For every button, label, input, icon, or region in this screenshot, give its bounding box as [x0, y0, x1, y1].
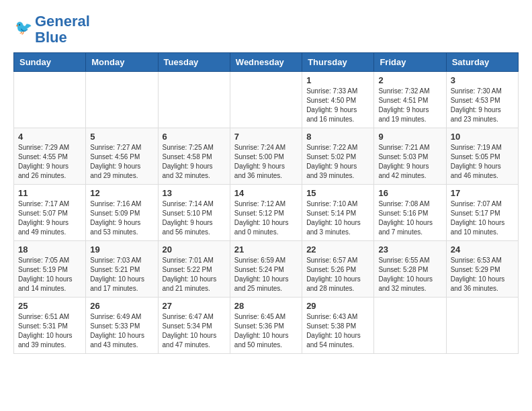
calendar-cell: 26Sunrise: 6:49 AM Sunset: 5:33 PM Dayli… — [86, 298, 158, 354]
day-info: Sunrise: 6:53 AM Sunset: 5:29 PM Dayligh… — [451, 256, 514, 293]
day-info: Sunrise: 6:49 AM Sunset: 5:33 PM Dayligh… — [90, 312, 153, 350]
day-number: 26 — [90, 301, 153, 311]
day-number: 4 — [18, 132, 81, 142]
logo: 🐦 General Blue — [13, 13, 90, 46]
calendar-cell — [14, 72, 86, 128]
day-info: Sunrise: 7:25 AM Sunset: 4:58 PM Dayligh… — [163, 143, 226, 181]
day-info: Sunrise: 7:24 AM Sunset: 5:00 PM Dayligh… — [234, 143, 298, 181]
day-info: Sunrise: 7:05 AM Sunset: 5:19 PM Dayligh… — [18, 256, 81, 293]
calendar-table: SundayMondayTuesdayWednesdayThursdayFrid… — [13, 52, 519, 354]
svg-text:🐦: 🐦 — [15, 19, 33, 36]
day-info: Sunrise: 6:43 AM Sunset: 5:38 PM Dayligh… — [306, 312, 369, 350]
calendar-cell: 6Sunrise: 7:25 AM Sunset: 4:58 PM Daylig… — [158, 128, 230, 185]
week-row-4: 18Sunrise: 7:05 AM Sunset: 5:19 PM Dayli… — [14, 241, 519, 298]
logo-blue: Blue — [35, 29, 67, 46]
day-info: Sunrise: 7:10 AM Sunset: 5:14 PM Dayligh… — [306, 199, 369, 237]
calendar-body: 1Sunrise: 7:33 AM Sunset: 4:50 PM Daylig… — [14, 72, 519, 354]
day-info: Sunrise: 7:12 AM Sunset: 5:12 PM Dayligh… — [234, 199, 298, 237]
weekday-friday: Friday — [374, 53, 446, 72]
calendar-cell: 7Sunrise: 7:24 AM Sunset: 5:00 PM Daylig… — [230, 128, 302, 185]
week-row-3: 11Sunrise: 7:17 AM Sunset: 5:07 PM Dayli… — [14, 185, 519, 241]
calendar-cell: 3Sunrise: 7:30 AM Sunset: 4:53 PM Daylig… — [446, 72, 518, 128]
weekday-saturday: Saturday — [446, 53, 518, 72]
day-number: 14 — [234, 188, 298, 198]
day-info: Sunrise: 7:33 AM Sunset: 4:50 PM Dayligh… — [306, 87, 369, 124]
week-row-2: 4Sunrise: 7:29 AM Sunset: 4:55 PM Daylig… — [14, 128, 519, 185]
logo-icon: 🐦 — [15, 18, 35, 38]
day-info: Sunrise: 6:55 AM Sunset: 5:28 PM Dayligh… — [378, 256, 441, 293]
day-info: Sunrise: 7:30 AM Sunset: 4:53 PM Dayligh… — [451, 87, 514, 124]
weekday-header-row: SundayMondayTuesdayWednesdayThursdayFrid… — [14, 53, 519, 72]
day-info: Sunrise: 6:59 AM Sunset: 5:24 PM Dayligh… — [234, 256, 298, 293]
day-info: Sunrise: 7:21 AM Sunset: 5:03 PM Dayligh… — [378, 143, 441, 181]
day-info: Sunrise: 7:16 AM Sunset: 5:09 PM Dayligh… — [90, 199, 153, 237]
calendar-cell: 16Sunrise: 7:08 AM Sunset: 5:16 PM Dayli… — [374, 185, 446, 241]
day-info: Sunrise: 7:19 AM Sunset: 5:05 PM Dayligh… — [451, 143, 514, 181]
week-row-1: 1Sunrise: 7:33 AM Sunset: 4:50 PM Daylig… — [14, 72, 519, 128]
day-info: Sunrise: 7:32 AM Sunset: 4:51 PM Dayligh… — [378, 87, 441, 124]
weekday-sunday: Sunday — [14, 53, 86, 72]
day-info: Sunrise: 6:45 AM Sunset: 5:36 PM Dayligh… — [234, 312, 298, 350]
calendar-cell: 8Sunrise: 7:22 AM Sunset: 5:02 PM Daylig… — [302, 128, 374, 185]
day-number: 16 — [378, 188, 441, 198]
calendar-cell: 25Sunrise: 6:51 AM Sunset: 5:31 PM Dayli… — [14, 298, 86, 354]
day-number: 22 — [306, 244, 369, 255]
calendar-cell: 1Sunrise: 7:33 AM Sunset: 4:50 PM Daylig… — [302, 72, 374, 128]
day-info: Sunrise: 6:51 AM Sunset: 5:31 PM Dayligh… — [18, 312, 81, 350]
weekday-tuesday: Tuesday — [158, 53, 230, 72]
page-header: 🐦 General Blue — [13, 13, 519, 46]
calendar-header: SundayMondayTuesdayWednesdayThursdayFrid… — [14, 53, 519, 72]
day-number: 7 — [234, 132, 298, 142]
calendar-cell: 21Sunrise: 6:59 AM Sunset: 5:24 PM Dayli… — [230, 241, 302, 298]
day-number: 25 — [18, 301, 81, 311]
day-number: 21 — [234, 244, 298, 255]
day-info: Sunrise: 7:01 AM Sunset: 5:22 PM Dayligh… — [163, 256, 226, 293]
calendar-cell: 5Sunrise: 7:27 AM Sunset: 4:56 PM Daylig… — [86, 128, 158, 185]
day-number: 19 — [90, 244, 153, 255]
weekday-thursday: Thursday — [302, 53, 374, 72]
day-info: Sunrise: 6:47 AM Sunset: 5:34 PM Dayligh… — [163, 312, 226, 350]
calendar-cell — [374, 298, 446, 354]
calendar-cell: 24Sunrise: 6:53 AM Sunset: 5:29 PM Dayli… — [446, 241, 518, 298]
day-info: Sunrise: 7:08 AM Sunset: 5:16 PM Dayligh… — [378, 199, 441, 237]
day-number: 11 — [18, 188, 81, 198]
day-number: 5 — [90, 132, 153, 142]
calendar-cell: 13Sunrise: 7:14 AM Sunset: 5:10 PM Dayli… — [158, 185, 230, 241]
day-number: 2 — [378, 75, 441, 85]
calendar-cell: 17Sunrise: 7:07 AM Sunset: 5:17 PM Dayli… — [446, 185, 518, 241]
day-info: Sunrise: 7:27 AM Sunset: 4:56 PM Dayligh… — [90, 143, 153, 181]
day-number: 24 — [451, 244, 514, 255]
day-number: 20 — [163, 244, 226, 255]
day-number: 10 — [451, 132, 514, 142]
calendar-cell: 2Sunrise: 7:32 AM Sunset: 4:51 PM Daylig… — [374, 72, 446, 128]
day-number: 13 — [163, 188, 226, 198]
weekday-wednesday: Wednesday — [230, 53, 302, 72]
logo-general: General — [35, 13, 90, 30]
calendar-cell: 28Sunrise: 6:45 AM Sunset: 5:36 PM Dayli… — [230, 298, 302, 354]
day-number: 28 — [234, 301, 298, 311]
day-info: Sunrise: 7:22 AM Sunset: 5:02 PM Dayligh… — [306, 143, 369, 181]
day-info: Sunrise: 6:57 AM Sunset: 5:26 PM Dayligh… — [306, 256, 369, 293]
day-number: 12 — [90, 188, 153, 198]
calendar-cell: 12Sunrise: 7:16 AM Sunset: 5:09 PM Dayli… — [86, 185, 158, 241]
logo-text: General Blue — [35, 13, 90, 46]
calendar-cell: 9Sunrise: 7:21 AM Sunset: 5:03 PM Daylig… — [374, 128, 446, 185]
calendar-cell: 10Sunrise: 7:19 AM Sunset: 5:05 PM Dayli… — [446, 128, 518, 185]
week-row-5: 25Sunrise: 6:51 AM Sunset: 5:31 PM Dayli… — [14, 298, 519, 354]
day-number: 15 — [306, 188, 369, 198]
day-info: Sunrise: 7:03 AM Sunset: 5:21 PM Dayligh… — [90, 256, 153, 293]
calendar-cell: 15Sunrise: 7:10 AM Sunset: 5:14 PM Dayli… — [302, 185, 374, 241]
calendar-cell: 11Sunrise: 7:17 AM Sunset: 5:07 PM Dayli… — [14, 185, 86, 241]
day-info: Sunrise: 7:29 AM Sunset: 4:55 PM Dayligh… — [18, 143, 81, 181]
day-info: Sunrise: 7:07 AM Sunset: 5:17 PM Dayligh… — [451, 199, 514, 237]
calendar-cell — [446, 298, 518, 354]
calendar-cell — [86, 72, 158, 128]
calendar-cell: 20Sunrise: 7:01 AM Sunset: 5:22 PM Dayli… — [158, 241, 230, 298]
day-number: 27 — [163, 301, 226, 311]
day-number: 18 — [18, 244, 81, 255]
calendar-cell: 18Sunrise: 7:05 AM Sunset: 5:19 PM Dayli… — [14, 241, 86, 298]
day-number: 23 — [378, 244, 441, 255]
day-info: Sunrise: 7:14 AM Sunset: 5:10 PM Dayligh… — [163, 199, 226, 237]
calendar-cell: 29Sunrise: 6:43 AM Sunset: 5:38 PM Dayli… — [302, 298, 374, 354]
day-info: Sunrise: 7:17 AM Sunset: 5:07 PM Dayligh… — [18, 199, 81, 237]
